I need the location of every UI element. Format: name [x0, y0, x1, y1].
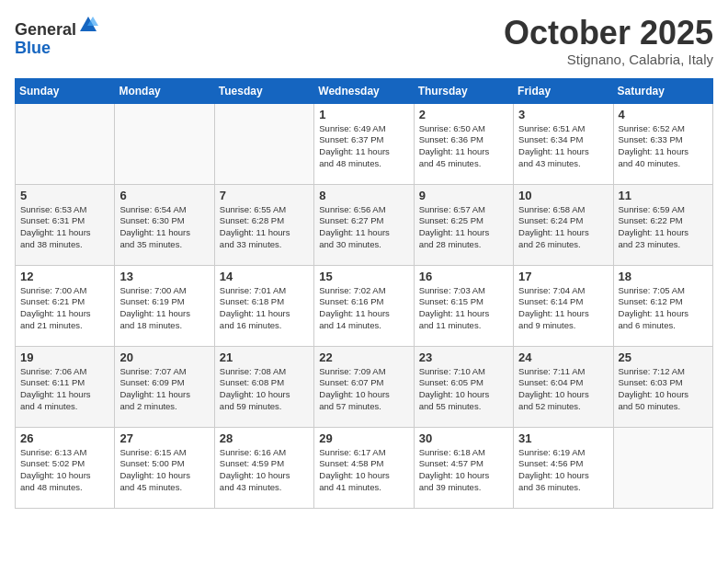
calendar-cell: 27Sunrise: 6:15 AM Sunset: 5:00 PM Dayli… [115, 427, 214, 508]
page-header: General Blue October 2025 Stignano, Cala… [15, 15, 713, 67]
day-info: Sunrise: 6:52 AM Sunset: 6:33 PM Dayligh… [619, 123, 708, 170]
day-info: Sunrise: 7:04 AM Sunset: 6:14 PM Dayligh… [518, 285, 608, 332]
calendar-cell: 20Sunrise: 7:07 AM Sunset: 6:09 PM Dayli… [115, 346, 214, 427]
calendar-cell: 21Sunrise: 7:08 AM Sunset: 6:08 PM Dayli… [214, 346, 313, 427]
day-info: Sunrise: 6:50 AM Sunset: 6:36 PM Dayligh… [419, 123, 508, 170]
day-number: 22 [319, 350, 408, 364]
calendar-cell [214, 103, 313, 184]
day-number: 14 [220, 270, 309, 283]
week-row-5: 26Sunrise: 6:13 AM Sunset: 5:02 PM Dayli… [16, 427, 713, 508]
day-number: 28 [220, 431, 309, 445]
day-number: 3 [518, 108, 608, 121]
day-info: Sunrise: 6:16 AM Sunset: 4:59 PM Dayligh… [220, 447, 309, 494]
calendar-cell: 19Sunrise: 7:06 AM Sunset: 6:11 PM Dayli… [16, 346, 115, 427]
day-info: Sunrise: 6:55 AM Sunset: 6:28 PM Dayligh… [220, 204, 309, 251]
calendar-cell: 11Sunrise: 6:59 AM Sunset: 6:22 PM Dayli… [613, 184, 712, 265]
calendar-cell: 23Sunrise: 7:10 AM Sunset: 6:05 PM Dayli… [414, 346, 513, 427]
day-number: 23 [419, 350, 508, 364]
calendar-cell: 25Sunrise: 7:12 AM Sunset: 6:03 PM Dayli… [613, 346, 712, 427]
header-cell-monday: Monday [115, 78, 214, 103]
calendar-cell: 2Sunrise: 6:50 AM Sunset: 6:36 PM Daylig… [414, 103, 513, 184]
day-number: 6 [119, 189, 209, 202]
day-number: 11 [619, 189, 708, 202]
day-info: Sunrise: 6:59 AM Sunset: 6:22 PM Dayligh… [619, 204, 708, 251]
day-number: 30 [419, 431, 508, 445]
day-number: 7 [220, 189, 309, 202]
day-info: Sunrise: 7:05 AM Sunset: 6:12 PM Dayligh… [619, 285, 708, 332]
week-row-1: 1Sunrise: 6:49 AM Sunset: 6:37 PM Daylig… [16, 103, 713, 184]
calendar-cell [613, 427, 712, 508]
day-number: 26 [20, 431, 109, 445]
calendar-cell: 26Sunrise: 6:13 AM Sunset: 5:02 PM Dayli… [16, 427, 115, 508]
location-subtitle: Stignano, Calabria, Italy [504, 52, 713, 67]
calendar-cell: 13Sunrise: 7:00 AM Sunset: 6:19 PM Dayli… [115, 265, 214, 346]
day-info: Sunrise: 7:00 AM Sunset: 6:21 PM Dayligh… [20, 285, 109, 332]
calendar-cell [16, 103, 115, 184]
calendar-cell: 14Sunrise: 7:01 AM Sunset: 6:18 PM Dayli… [214, 265, 313, 346]
calendar-body: 1Sunrise: 6:49 AM Sunset: 6:37 PM Daylig… [16, 103, 713, 508]
header-row: SundayMondayTuesdayWednesdayThursdayFrid… [16, 78, 713, 103]
calendar-cell: 18Sunrise: 7:05 AM Sunset: 6:12 PM Dayli… [613, 265, 712, 346]
day-number: 31 [518, 431, 608, 445]
day-info: Sunrise: 6:15 AM Sunset: 5:00 PM Dayligh… [119, 447, 209, 494]
day-number: 10 [518, 189, 608, 202]
calendar-table: SundayMondayTuesdayWednesdayThursdayFrid… [15, 78, 713, 509]
header-cell-tuesday: Tuesday [214, 78, 313, 103]
day-info: Sunrise: 7:07 AM Sunset: 6:09 PM Dayligh… [119, 366, 209, 413]
day-info: Sunrise: 7:00 AM Sunset: 6:19 PM Dayligh… [119, 285, 209, 332]
calendar-cell: 8Sunrise: 6:56 AM Sunset: 6:27 PM Daylig… [314, 184, 414, 265]
day-info: Sunrise: 6:54 AM Sunset: 6:30 PM Dayligh… [119, 204, 209, 251]
calendar-cell: 10Sunrise: 6:58 AM Sunset: 6:24 PM Dayli… [514, 184, 613, 265]
calendar-cell: 9Sunrise: 6:57 AM Sunset: 6:25 PM Daylig… [414, 184, 513, 265]
calendar-cell: 24Sunrise: 7:11 AM Sunset: 6:04 PM Dayli… [514, 346, 613, 427]
day-number: 9 [419, 189, 508, 202]
week-row-3: 12Sunrise: 7:00 AM Sunset: 6:21 PM Dayli… [16, 265, 713, 346]
day-number: 25 [619, 350, 708, 364]
day-number: 18 [619, 270, 708, 283]
day-info: Sunrise: 7:08 AM Sunset: 6:08 PM Dayligh… [220, 366, 309, 413]
day-number: 5 [20, 189, 109, 202]
day-info: Sunrise: 7:10 AM Sunset: 6:05 PM Dayligh… [419, 366, 508, 413]
calendar-cell: 4Sunrise: 6:52 AM Sunset: 6:33 PM Daylig… [613, 103, 712, 184]
day-info: Sunrise: 7:09 AM Sunset: 6:07 PM Dayligh… [319, 366, 408, 413]
day-info: Sunrise: 7:02 AM Sunset: 6:16 PM Dayligh… [319, 285, 408, 332]
calendar-cell [115, 103, 214, 184]
day-number: 2 [419, 108, 508, 121]
logo-blue: Blue [15, 39, 51, 57]
month-title: October 2025 [504, 15, 713, 52]
calendar-cell: 31Sunrise: 6:19 AM Sunset: 4:56 PM Dayli… [514, 427, 613, 508]
day-info: Sunrise: 7:12 AM Sunset: 6:03 PM Dayligh… [619, 366, 708, 413]
calendar-cell: 1Sunrise: 6:49 AM Sunset: 6:37 PM Daylig… [314, 103, 414, 184]
day-number: 1 [319, 108, 408, 121]
day-info: Sunrise: 6:58 AM Sunset: 6:24 PM Dayligh… [518, 204, 608, 251]
day-info: Sunrise: 7:01 AM Sunset: 6:18 PM Dayligh… [220, 285, 309, 332]
day-info: Sunrise: 6:57 AM Sunset: 6:25 PM Dayligh… [419, 204, 508, 251]
day-number: 24 [518, 350, 608, 364]
day-number: 15 [319, 270, 408, 283]
day-info: Sunrise: 6:51 AM Sunset: 6:34 PM Dayligh… [518, 123, 608, 170]
logo: General Blue [15, 15, 98, 58]
calendar-cell: 5Sunrise: 6:53 AM Sunset: 6:31 PM Daylig… [16, 184, 115, 265]
day-number: 27 [119, 431, 209, 445]
day-info: Sunrise: 7:11 AM Sunset: 6:04 PM Dayligh… [518, 366, 608, 413]
header-cell-wednesday: Wednesday [314, 78, 414, 103]
calendar-cell: 15Sunrise: 7:02 AM Sunset: 6:16 PM Dayli… [314, 265, 414, 346]
day-number: 13 [119, 270, 209, 283]
calendar-cell: 7Sunrise: 6:55 AM Sunset: 6:28 PM Daylig… [214, 184, 313, 265]
day-number: 12 [20, 270, 109, 283]
calendar-cell: 22Sunrise: 7:09 AM Sunset: 6:07 PM Dayli… [314, 346, 414, 427]
header-cell-sunday: Sunday [16, 78, 115, 103]
day-info: Sunrise: 6:49 AM Sunset: 6:37 PM Dayligh… [319, 123, 408, 170]
day-number: 8 [319, 189, 408, 202]
title-block: October 2025 Stignano, Calabria, Italy [504, 15, 713, 67]
day-number: 4 [619, 108, 708, 121]
day-number: 21 [220, 350, 309, 364]
calendar-cell: 30Sunrise: 6:18 AM Sunset: 4:57 PM Dayli… [414, 427, 513, 508]
day-info: Sunrise: 7:06 AM Sunset: 6:11 PM Dayligh… [20, 366, 109, 413]
day-number: 29 [319, 431, 408, 445]
logo-general: General [15, 20, 76, 39]
calendar-cell: 28Sunrise: 6:16 AM Sunset: 4:59 PM Dayli… [214, 427, 313, 508]
day-number: 16 [419, 270, 508, 283]
header-cell-thursday: Thursday [414, 78, 513, 103]
calendar-cell: 29Sunrise: 6:17 AM Sunset: 4:58 PM Dayli… [314, 427, 414, 508]
